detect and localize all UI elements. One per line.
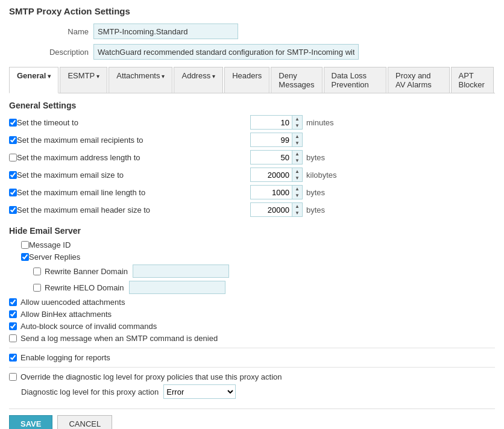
gs-label-max-line-length: Set the maximum email line length to [17,188,145,197]
name-input[interactable] [93,23,238,39]
enable-logging-label: Enable logging for reports [20,353,110,362]
override-diagnostic-checkbox[interactable] [9,373,17,381]
gs-row-max-email-size: Set the maximum email size to▲▼kilobytes [9,168,495,182]
enable-logging-checkbox[interactable] [9,354,17,362]
footer-buttons: SAVE CANCEL [9,409,495,429]
gs-spin-down-max-address-length[interactable]: ▼ [292,157,302,164]
gs-unit-max-line-length: bytes [306,188,339,197]
diagnostic-level-label: Diagnostic log level for this proxy acti… [21,387,159,396]
rewrite-banner-input[interactable] [133,265,229,278]
override-diagnostic-label: Override the diagnostic log level for pr… [20,372,282,381]
tab-attachments[interactable]: Attachments▾ [109,67,172,93]
gs-spin-down-timeout[interactable]: ▼ [292,122,302,129]
gs-value-max-recipients[interactable] [250,133,292,147]
rewrite-helo-input[interactable] [129,281,225,294]
cancel-button[interactable]: CANCEL [57,415,112,429]
gs-spin-up-max-email-size[interactable]: ▲ [292,168,302,175]
tab-esmtp[interactable]: ESMTP▾ [60,67,107,93]
gs-row-max-address-length: Set the maximum address length to▲▼bytes [9,150,495,164]
tab-deny-messages[interactable]: Deny Messages [271,67,322,93]
gs-unit-max-address-length: bytes [306,153,339,162]
checkbox-log-smtp[interactable] [9,334,17,342]
checkbox-auto-block[interactable] [9,322,17,330]
gs-checkbox-timeout[interactable] [9,119,17,127]
description-input[interactable] [93,44,359,60]
rewrite-helo-checkbox[interactable] [33,284,41,292]
gs-spin-up-timeout[interactable]: ▲ [292,116,302,122]
checkbox-uuencoded[interactable] [9,298,17,306]
gs-row-timeout: Set the timeout to▲▼minutes [9,115,495,130]
server-replies-label: Server Replies [29,252,80,261]
server-replies-checkbox[interactable] [21,253,29,261]
override-diagnostic-row: Override the diagnostic log level for pr… [9,372,495,381]
gs-checkbox-max-address-length[interactable] [9,154,17,161]
gs-value-max-email-size[interactable] [250,168,292,182]
gs-spin-down-max-line-length[interactable]: ▼ [292,192,302,199]
gs-value-max-line-length[interactable] [250,185,292,199]
gs-checkbox-max-email-size[interactable] [9,171,17,179]
gs-label-max-email-size: Set the maximum email size to [17,171,124,180]
gs-checkbox-max-line-length[interactable] [9,189,17,196]
tab-proxy-av[interactable]: Proxy and AV Alarms [388,67,449,93]
gs-row-max-header-size: Set the maximum email header size to▲▼by… [9,202,495,217]
gs-checkbox-max-recipients[interactable] [9,136,17,144]
checkbox-row-auto-block: Auto-block source of invalid commands [9,322,495,331]
checkbox-label-uuencoded: Allow uuencoded attachments [20,298,125,307]
tab-address[interactable]: Address▾ [174,67,223,93]
diagnostic-level-select[interactable]: ErrorWarningInformationDebug [163,384,236,399]
rewrite-banner-checkbox[interactable] [33,268,41,275]
message-id-label: Message ID [29,240,71,249]
gs-value-max-header-size[interactable] [250,202,292,217]
gs-spin-up-max-address-length[interactable]: ▲ [292,151,302,157]
gs-unit-timeout: minutes [306,118,339,127]
gs-spin-down-max-header-size[interactable]: ▼ [292,210,302,216]
gs-spin-down-max-recipients[interactable]: ▼ [292,140,302,146]
gs-row-max-line-length: Set the maximum email line length to▲▼by… [9,185,495,199]
rewrite-banner-label: Rewrite Banner Domain [45,267,128,276]
checkboxes-section: Allow uuencoded attachmentsAllow BinHex … [9,298,495,343]
checkbox-row-uuencoded: Allow uuencoded attachments [9,298,495,307]
gs-checkbox-max-header-size[interactable] [9,206,17,214]
general-settings-layout: Set the timeout to▲▼minutesSet the maxim… [9,115,495,220]
gs-unit-max-email-size: kilobytes [306,171,339,180]
tab-apt-blocker[interactable]: APT Blocker [451,67,494,93]
hide-email-server-title: Hide Email Server [9,226,495,236]
checkbox-row-binhex: Allow BinHex attachments [9,310,495,319]
gs-spin-up-max-line-length[interactable]: ▲ [292,186,302,192]
gs-row-max-recipients: Set the maximum email recipients to▲▼ [9,133,495,147]
checkbox-label-auto-block: Auto-block source of invalid commands [20,322,157,331]
tabs-bar: General▾ESMTP▾Attachments▾Address▾Header… [9,67,495,93]
tab-general[interactable]: General▾ [9,67,58,93]
rewrite-helo-row: Rewrite HELO Domain [33,281,495,294]
checkbox-label-log-smtp: Send a log message when an SMTP command … [20,334,218,343]
gs-spin-up-max-recipients[interactable]: ▲ [292,133,302,140]
checkbox-label-binhex: Allow BinHex attachments [20,310,112,319]
checkbox-row-log-smtp: Send a log message when an SMTP command … [9,334,495,343]
gs-value-timeout[interactable] [250,115,292,130]
gs-label-max-address-length: Set the maximum address length to [17,153,140,162]
gs-spin-down-max-email-size[interactable]: ▼ [292,175,302,181]
save-button[interactable]: SAVE [9,415,52,429]
checkbox-binhex[interactable] [9,310,17,318]
gs-unit-max-header-size: bytes [306,205,339,214]
gs-value-max-address-length[interactable] [250,150,292,164]
page-title: SMTP Proxy Action Settings [9,6,495,16]
name-label: Name [9,27,93,36]
tab-data-loss[interactable]: Data Loss Prevention [324,67,386,93]
enable-logging-row: Enable logging for reports [9,353,495,362]
rewrite-helo-label: Rewrite HELO Domain [45,283,124,292]
gs-label-timeout: Set the timeout to [17,118,78,127]
general-settings-title: General Settings [9,101,495,110]
message-id-checkbox[interactable] [21,241,29,249]
tab-headers[interactable]: Headers [224,67,269,93]
server-replies-row: Server Replies [21,252,495,261]
gs-label-max-header-size: Set the maximum email header size to [17,205,150,214]
message-id-row: Message ID [21,240,495,249]
gs-spin-up-max-header-size[interactable]: ▲ [292,203,302,210]
rewrite-banner-row: Rewrite Banner Domain [33,265,495,278]
gs-label-max-recipients: Set the maximum email recipients to [17,136,143,145]
diagnostic-level-row: Diagnostic log level for this proxy acti… [21,384,495,399]
description-label: Description [9,48,93,57]
